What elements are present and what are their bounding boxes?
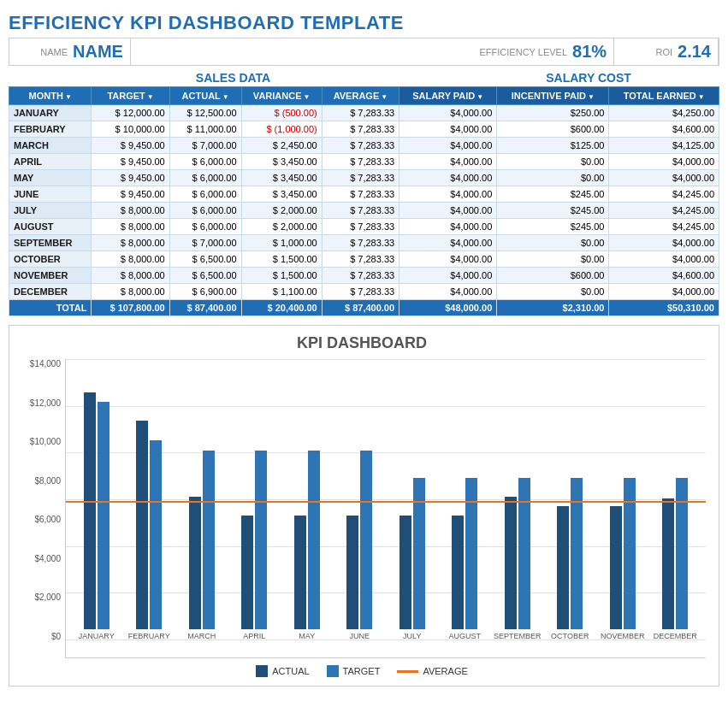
total-cell: $2,310.00 [497,300,609,316]
actual-bar [452,516,464,629]
salary-section-title: SALARY COST [458,68,719,86]
variance-cell: $ 3,450.00 [241,170,322,186]
actual-cell: $ 6,000.00 [169,154,241,170]
legend-actual: ACTUAL [256,665,309,677]
actual-bar [189,497,201,629]
col-target[interactable]: TARGET▼ [92,87,169,105]
chart-plot: JANUARYFEBRUARYMARCHAPRILMAYJUNEJULYAUGU… [65,359,706,658]
month-label: OCTOBER [551,632,589,640]
target-cell: $ 8,000.00 [92,284,169,300]
table-row: JANUARY$ 12,000.00$ 12,500.00$ (500.00)$… [9,105,719,121]
variance-cell: $ 1,100.00 [241,284,322,300]
table-row: DECEMBER$ 8,000.00$ 6,900.00$ 1,100.00$ … [9,284,719,300]
actual-bar [136,421,148,629]
target-bar [203,451,215,629]
chart-title: KPI DASHBOARD [18,334,706,352]
salary-cell: $4,000.00 [400,284,497,300]
total-cell: $4,250.00 [609,105,719,121]
month-cell: DECEMBER [9,284,92,300]
main-table: MONTH▼ TARGET▼ ACTUAL▼ VARIANCE▼ AVERAGE… [9,86,719,316]
target-bar [98,402,109,629]
col-variance[interactable]: VARIANCE▼ [241,87,322,105]
col-salary[interactable]: SALARY PAID▼ [400,87,497,105]
actual-cell: $ 6,500.00 [169,268,241,284]
incentive-cell: $0.00 [497,251,609,268]
col-total[interactable]: TOTAL EARNED▼ [609,87,719,105]
month-cell: NOVEMBER [9,268,92,284]
average-cell: $ 7,283.33 [322,105,399,121]
table-row: SEPTEMBER$ 8,000.00$ 7,000.00$ 1,000.00$… [9,235,719,251]
actual-bar [610,506,622,629]
table-row: MARCH$ 9,450.00$ 7,000.00$ 2,450.00$ 7,2… [9,138,719,154]
y-axis-label: $10,000 [18,437,65,446]
y-axis: $0$2,000$4,000$6,000$8,000$10,000$12,000… [18,359,65,658]
month-cell: APRIL [9,154,92,170]
variance-cell: $ 1,500.00 [241,268,322,284]
total-cell: $50,310.00 [609,300,719,316]
col-incentive[interactable]: INCENTIVE PAID▼ [497,87,609,105]
y-axis-label: $4,000 [18,554,65,563]
efficiency-value: 81% [572,42,607,62]
roi-value: 2.14 [678,42,711,62]
variance-cell: $ 3,450.00 [241,154,322,170]
salary-cell: $4,000.00 [400,138,497,154]
total-cell: $4,125.00 [609,138,719,154]
variance-cell: $ 1,000.00 [241,235,322,251]
name-label: NAME [16,47,68,57]
average-cell: $ 7,283.33 [322,186,399,203]
variance-cell: $ 3,450.00 [241,186,322,203]
table-row: AUGUST$ 8,000.00$ 6,000.00$ 2,000.00$ 7,… [9,219,719,235]
target-cell: $ 8,000.00 [92,251,169,268]
month-bar-group: JUNE [334,451,387,640]
average-cell: $ 7,283.33 [322,268,399,284]
target-cell: $ 9,450.00 [92,154,169,170]
average-cell: $ 7,283.33 [322,154,399,170]
total-cell: $4,245.00 [609,186,719,203]
col-actual[interactable]: ACTUAL▼ [169,87,241,105]
month-label: FEBRUARY [128,632,170,640]
roi-label: ROI [621,47,672,57]
total-cell: $ 87,400.00 [322,300,399,316]
incentive-cell: $0.00 [497,154,609,170]
col-average[interactable]: AVERAGE▼ [322,87,399,105]
average-cell: $ 7,283.33 [322,284,399,300]
chart-container: KPI DASHBOARD $0$2,000$4,000$6,000$8,000… [9,325,719,687]
target-cell: $ 9,450.00 [92,170,169,186]
variance-cell: $ 1,500.00 [241,251,322,268]
salary-cell: $4,000.00 [400,170,497,186]
incentive-cell: $0.00 [497,235,609,251]
col-month[interactable]: MONTH▼ [9,87,92,105]
total-cell: $ 107,800.00 [92,300,169,316]
total-cell: $4,600.00 [609,121,719,138]
total-cell: $4,245.00 [609,203,719,219]
actual-bar [294,516,306,629]
actual-bar [241,516,253,629]
month-cell: JULY [9,203,92,219]
month-label: MAY [299,632,315,640]
table-row: NOVEMBER$ 8,000.00$ 6,500.00$ 1,500.00$ … [9,268,719,284]
y-axis-label: $12,000 [18,398,65,408]
month-cell: JANUARY [9,105,92,121]
actual-bar [84,392,96,629]
target-bar [150,440,162,629]
legend-average: AVERAGE [397,665,467,677]
actual-cell: $ 6,900.00 [169,284,241,300]
actual-cell: $ 12,500.00 [169,105,241,121]
table-row: MAY$ 9,450.00$ 6,000.00$ 3,450.00$ 7,283… [9,170,719,186]
salary-cell: $4,000.00 [400,203,497,219]
chart-area: $0$2,000$4,000$6,000$8,000$10,000$12,000… [18,359,706,658]
month-label: DECEMBER [654,632,697,640]
month-bar-group: JANUARY [70,392,123,640]
month-label: NOVEMBER [601,632,645,640]
y-axis-label: $0 [18,632,65,641]
legend-actual-label: ACTUAL [272,666,309,676]
table-row: JULY$ 8,000.00$ 6,000.00$ 2,000.00$ 7,28… [9,203,719,219]
variance-cell: $ 2,000.00 [241,219,322,235]
month-bar-group: APRIL [228,451,281,640]
name-value: NAME [73,42,123,62]
target-cell: $ 12,000.00 [92,105,169,121]
average-cell: $ 7,283.33 [322,203,399,219]
salary-cell: $4,000.00 [400,105,497,121]
month-label: JANUARY [79,632,115,640]
table-row: OCTOBER$ 8,000.00$ 6,500.00$ 1,500.00$ 7… [9,251,719,268]
